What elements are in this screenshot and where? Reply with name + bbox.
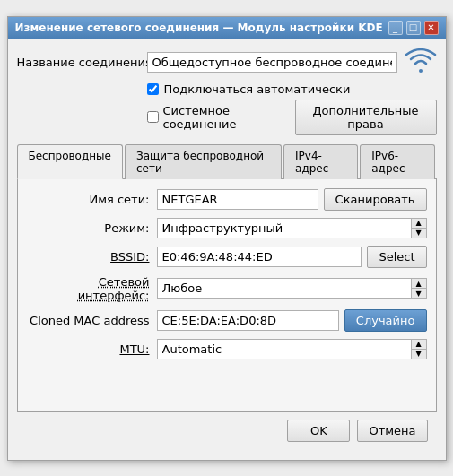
mtu-row: MTU: ▲ ▼ xyxy=(27,339,427,359)
close-button[interactable]: ✕ xyxy=(424,21,439,35)
auto-connect-checkbox[interactable] xyxy=(147,83,159,95)
auto-connect-label: Подключаться автоматически xyxy=(164,82,351,96)
bssid-row: BSSID: Select xyxy=(27,246,427,268)
mode-arrows: ▲ ▼ xyxy=(411,219,426,238)
random-button[interactable]: Случайно xyxy=(344,309,427,332)
cloned-mac-label: Cloned MAC address xyxy=(27,314,157,327)
tab-ipv6[interactable]: IPv6-адрес xyxy=(360,144,434,179)
interface-label: Сетевой интерфейс: xyxy=(27,275,157,302)
mode-row: Режим: ▲ ▼ xyxy=(27,218,427,238)
window-body: Название соединения: Подключаться автома… xyxy=(8,39,446,460)
wifi-icon xyxy=(405,48,437,77)
tab-ipv4[interactable]: IPv4-адрес xyxy=(283,144,358,179)
minimize-button[interactable]: _ xyxy=(388,21,403,35)
footer: OK Отмена xyxy=(17,412,437,451)
bssid-label: BSSID: xyxy=(27,250,157,264)
scan-button[interactable]: Сканировать xyxy=(324,188,427,211)
system-checkbox-group: Системное соединение xyxy=(147,104,277,131)
interface-input[interactable] xyxy=(158,279,411,298)
mode-down-arrow[interactable]: ▼ xyxy=(412,229,426,238)
mode-control: ▲ ▼ xyxy=(157,218,427,238)
interface-up-arrow[interactable]: ▲ xyxy=(412,279,426,289)
connection-name-row: Название соединения: xyxy=(17,48,437,77)
cloned-mac-input[interactable] xyxy=(157,310,339,331)
ok-button[interactable]: OK xyxy=(287,420,350,442)
interface-down-arrow[interactable]: ▼ xyxy=(412,289,426,298)
bssid-input[interactable] xyxy=(157,247,362,267)
interface-arrows: ▲ ▼ xyxy=(411,279,426,298)
connection-name-input[interactable] xyxy=(147,52,397,73)
mode-label: Режим: xyxy=(27,221,157,235)
cloned-mac-row: Cloned MAC address Случайно xyxy=(27,309,427,332)
bssid-control: Select xyxy=(157,246,427,268)
maximize-button[interactable]: □ xyxy=(406,21,421,35)
tab-wireless[interactable]: Беспроводные xyxy=(17,144,123,179)
titlebar: Изменение сетевого соединения — Модуль н… xyxy=(8,17,446,39)
titlebar-buttons: _ □ ✕ xyxy=(388,21,439,35)
cloned-mac-control: Случайно xyxy=(157,309,427,332)
permissions-button[interactable]: Дополнительные права xyxy=(295,100,437,135)
window-title: Изменение сетевого соединения — Модуль н… xyxy=(15,22,388,34)
mode-up-arrow[interactable]: ▲ xyxy=(412,219,426,229)
connection-label: Название соединения: xyxy=(17,56,147,69)
tabs-bar: Беспроводные Защита беспроводной сети IP… xyxy=(17,144,437,179)
ssid-input[interactable] xyxy=(157,189,318,210)
auto-connect-row: Подключаться автоматически xyxy=(17,82,437,96)
system-connection-row: Системное соединение Дополнительные прав… xyxy=(17,100,437,135)
mtu-label: MTU: xyxy=(27,342,157,356)
interface-row: Сетевой интерфейс: ▲ ▼ xyxy=(27,275,427,302)
ssid-control: Сканировать xyxy=(157,188,427,211)
system-connection-label: Системное соединение xyxy=(163,104,277,131)
ssid-label: Имя сети: xyxy=(27,193,157,206)
mtu-up-arrow[interactable]: ▲ xyxy=(412,340,426,350)
mode-input[interactable] xyxy=(158,219,411,238)
main-window: Изменение сетевого соединения — Модуль н… xyxy=(7,16,447,461)
ssid-row: Имя сети: Сканировать xyxy=(27,188,427,211)
mtu-arrows: ▲ ▼ xyxy=(411,340,426,359)
system-connection-checkbox[interactable] xyxy=(147,111,159,123)
select-button[interactable]: Select xyxy=(367,246,426,268)
mtu-down-arrow[interactable]: ▼ xyxy=(412,350,426,359)
cancel-button[interactable]: Отмена xyxy=(357,420,427,442)
tab-wireless-security[interactable]: Защита беспроводной сети xyxy=(125,144,282,179)
mtu-input[interactable] xyxy=(158,340,411,359)
tab-content: Имя сети: Сканировать Режим: ▲ ▼ xyxy=(17,179,437,412)
mtu-control: ▲ ▼ xyxy=(157,339,427,359)
interface-control: ▲ ▼ xyxy=(157,278,427,299)
